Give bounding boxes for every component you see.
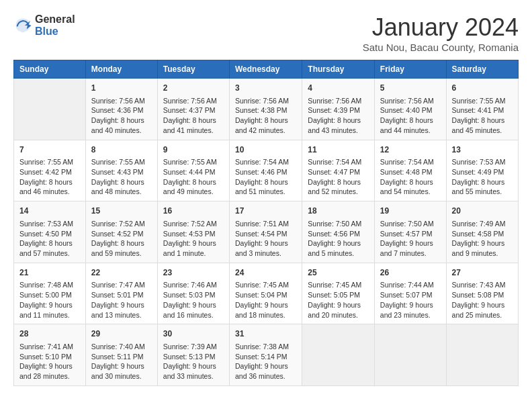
day-number: 26 (380, 267, 441, 279)
calendar-cell: 9Sunrise: 7:55 AMSunset: 4:44 PMDaylight… (157, 140, 229, 201)
calendar-cell: 21Sunrise: 7:48 AMSunset: 5:00 PMDayligh… (14, 263, 86, 324)
day-info: Sunrise: 7:48 AMSunset: 5:00 PMDaylight:… (19, 280, 80, 320)
calendar-cell (374, 324, 446, 386)
day-number: 6 (452, 83, 513, 94)
day-info: Sunrise: 7:52 AMSunset: 4:53 PMDaylight:… (163, 219, 224, 259)
day-number: 28 (19, 328, 80, 340)
day-info: Sunrise: 7:55 AMSunset: 4:41 PMDaylight:… (452, 96, 513, 136)
title-block: January 2024 Satu Nou, Bacau County, Rom… (363, 13, 519, 53)
calendar-cell: 15Sunrise: 7:52 AMSunset: 4:52 PMDayligh… (85, 201, 157, 263)
page-header: General Blue January 2024 Satu Nou, Baca… (13, 13, 519, 53)
calendar-cell: 19Sunrise: 7:50 AMSunset: 4:57 PMDayligh… (374, 201, 446, 263)
day-info: Sunrise: 7:49 AMSunset: 4:58 PMDaylight:… (452, 219, 513, 259)
day-number: 5 (380, 83, 441, 94)
calendar-week-row: 7Sunrise: 7:55 AMSunset: 4:42 PMDaylight… (14, 140, 519, 201)
day-info: Sunrise: 7:45 AMSunset: 5:05 PMDaylight:… (308, 280, 369, 320)
calendar-cell: 28Sunrise: 7:41 AMSunset: 5:10 PMDayligh… (14, 324, 86, 386)
day-number: 21 (19, 267, 80, 279)
day-number: 18 (308, 205, 369, 217)
day-number: 1 (91, 83, 152, 94)
day-info: Sunrise: 7:55 AMSunset: 4:42 PMDaylight:… (19, 157, 80, 197)
logo-icon (13, 16, 32, 35)
header-thursday: Thursday (302, 60, 375, 79)
header-monday: Monday (85, 60, 157, 79)
day-number: 23 (163, 267, 224, 279)
day-number: 27 (452, 267, 513, 279)
day-number: 7 (19, 144, 80, 156)
day-number: 25 (308, 267, 369, 279)
logo: General Blue (13, 13, 75, 37)
day-info: Sunrise: 7:55 AMSunset: 4:44 PMDaylight:… (163, 157, 224, 197)
day-info: Sunrise: 7:52 AMSunset: 4:52 PMDaylight:… (91, 219, 152, 259)
calendar-cell: 25Sunrise: 7:45 AMSunset: 5:05 PMDayligh… (302, 263, 375, 324)
day-info: Sunrise: 7:41 AMSunset: 5:10 PMDaylight:… (19, 342, 80, 381)
header-saturday: Saturday (446, 60, 518, 79)
calendar-table: Sunday Monday Tuesday Wednesday Thursday… (13, 60, 519, 386)
day-number: 13 (452, 144, 513, 156)
calendar-cell: 4Sunrise: 7:56 AMSunset: 4:39 PMDaylight… (302, 79, 375, 140)
calendar-cell: 8Sunrise: 7:55 AMSunset: 4:43 PMDaylight… (85, 140, 157, 201)
day-number: 3 (235, 83, 296, 94)
day-info: Sunrise: 7:56 AMSunset: 4:37 PMDaylight:… (163, 96, 224, 136)
calendar-cell: 24Sunrise: 7:45 AMSunset: 5:04 PMDayligh… (229, 263, 302, 324)
day-number: 24 (235, 267, 296, 279)
month-title: January 2024 (363, 13, 519, 42)
calendar-cell: 12Sunrise: 7:54 AMSunset: 4:48 PMDayligh… (374, 140, 446, 201)
day-info: Sunrise: 7:53 AMSunset: 4:49 PMDaylight:… (452, 157, 513, 197)
header-wednesday: Wednesday (229, 60, 302, 79)
header-sunday: Sunday (14, 60, 86, 79)
day-info: Sunrise: 7:51 AMSunset: 4:54 PMDaylight:… (235, 219, 296, 259)
day-info: Sunrise: 7:53 AMSunset: 4:50 PMDaylight:… (19, 219, 80, 259)
calendar-cell: 17Sunrise: 7:51 AMSunset: 4:54 PMDayligh… (229, 201, 302, 263)
calendar-cell: 14Sunrise: 7:53 AMSunset: 4:50 PMDayligh… (14, 201, 86, 263)
day-info: Sunrise: 7:47 AMSunset: 5:01 PMDaylight:… (91, 280, 152, 320)
calendar-cell: 5Sunrise: 7:56 AMSunset: 4:40 PMDaylight… (374, 79, 446, 140)
day-info: Sunrise: 7:54 AMSunset: 4:48 PMDaylight:… (380, 157, 441, 197)
day-number: 4 (308, 83, 369, 94)
header-tuesday: Tuesday (157, 60, 229, 79)
day-number: 20 (452, 205, 513, 217)
calendar-cell: 31Sunrise: 7:38 AMSunset: 5:14 PMDayligh… (229, 324, 302, 386)
logo-general: General (35, 13, 75, 26)
day-number: 31 (235, 328, 296, 340)
day-number: 11 (308, 144, 369, 156)
day-number: 22 (91, 267, 152, 279)
calendar-cell: 26Sunrise: 7:44 AMSunset: 5:07 PMDayligh… (374, 263, 446, 324)
day-number: 10 (235, 144, 296, 156)
day-info: Sunrise: 7:38 AMSunset: 5:14 PMDaylight:… (235, 342, 296, 381)
calendar-header-row: Sunday Monday Tuesday Wednesday Thursday… (14, 60, 519, 79)
calendar-cell: 3Sunrise: 7:56 AMSunset: 4:38 PMDaylight… (229, 79, 302, 140)
day-number: 2 (163, 83, 224, 94)
day-number: 8 (91, 144, 152, 156)
calendar-cell (14, 79, 86, 140)
logo-blue: Blue (35, 26, 75, 38)
calendar-cell: 13Sunrise: 7:53 AMSunset: 4:49 PMDayligh… (446, 140, 518, 201)
day-info: Sunrise: 7:40 AMSunset: 5:11 PMDaylight:… (91, 342, 152, 381)
day-number: 14 (19, 205, 80, 217)
day-info: Sunrise: 7:46 AMSunset: 5:03 PMDaylight:… (163, 280, 224, 320)
calendar-cell: 22Sunrise: 7:47 AMSunset: 5:01 PMDayligh… (85, 263, 157, 324)
calendar-cell: 20Sunrise: 7:49 AMSunset: 4:58 PMDayligh… (446, 201, 518, 263)
calendar-cell: 16Sunrise: 7:52 AMSunset: 4:53 PMDayligh… (157, 201, 229, 263)
calendar-cell: 18Sunrise: 7:50 AMSunset: 4:56 PMDayligh… (302, 201, 375, 263)
calendar-cell (302, 324, 375, 386)
day-number: 12 (380, 144, 441, 156)
day-info: Sunrise: 7:43 AMSunset: 5:08 PMDaylight:… (452, 280, 513, 320)
calendar-cell: 7Sunrise: 7:55 AMSunset: 4:42 PMDaylight… (14, 140, 86, 201)
day-number: 29 (91, 328, 152, 340)
day-info: Sunrise: 7:56 AMSunset: 4:40 PMDaylight:… (380, 96, 441, 136)
logo-text: General Blue (35, 13, 75, 37)
calendar-week-row: 14Sunrise: 7:53 AMSunset: 4:50 PMDayligh… (14, 201, 519, 263)
day-info: Sunrise: 7:56 AMSunset: 4:36 PMDaylight:… (91, 96, 152, 136)
day-info: Sunrise: 7:45 AMSunset: 5:04 PMDaylight:… (235, 280, 296, 320)
calendar-week-row: 21Sunrise: 7:48 AMSunset: 5:00 PMDayligh… (14, 263, 519, 324)
day-info: Sunrise: 7:54 AMSunset: 4:47 PMDaylight:… (308, 157, 369, 197)
day-number: 17 (235, 205, 296, 217)
day-info: Sunrise: 7:50 AMSunset: 4:57 PMDaylight:… (380, 219, 441, 259)
day-info: Sunrise: 7:50 AMSunset: 4:56 PMDaylight:… (308, 219, 369, 259)
day-info: Sunrise: 7:39 AMSunset: 5:13 PMDaylight:… (163, 342, 224, 381)
day-info: Sunrise: 7:54 AMSunset: 4:46 PMDaylight:… (235, 157, 296, 197)
day-number: 15 (91, 205, 152, 217)
calendar-cell: 30Sunrise: 7:39 AMSunset: 5:13 PMDayligh… (157, 324, 229, 386)
day-number: 30 (163, 328, 224, 340)
